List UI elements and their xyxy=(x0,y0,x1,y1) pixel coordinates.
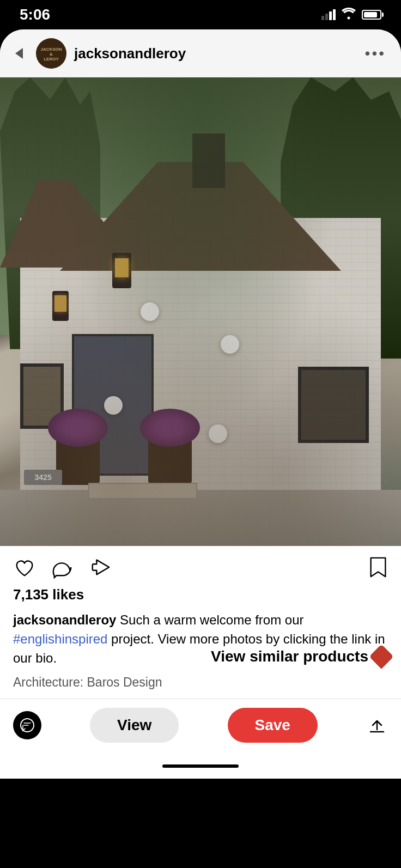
post-image: 3425 xyxy=(0,77,401,546)
signal-bar-2 xyxy=(325,14,328,20)
caption-text-before: Such a warm welcome from our xyxy=(116,612,303,627)
home-indicator xyxy=(0,758,401,779)
lantern-left xyxy=(52,291,69,321)
post-actions xyxy=(0,546,401,584)
share-bottom-button[interactable] xyxy=(366,714,388,736)
signal-bar-4 xyxy=(333,9,336,20)
signal-icon xyxy=(321,9,336,20)
status-bar: 5:06 xyxy=(0,0,401,29)
battery-fill xyxy=(364,12,377,17)
svg-text:JACKSON: JACKSON xyxy=(40,47,62,52)
more-options-button[interactable]: ••• xyxy=(361,40,390,66)
message-icon-button[interactable] xyxy=(13,711,41,739)
window-right xyxy=(298,367,369,443)
save-button[interactable]: Save xyxy=(228,708,318,743)
status-time: 5:06 xyxy=(20,6,50,23)
front-steps xyxy=(88,483,197,499)
post-header: JACKSON & LEROY jacksonandleroy ••• xyxy=(0,29,401,77)
bottom-nav: View Save xyxy=(0,699,401,758)
signal-bar-3 xyxy=(329,11,332,20)
wifi-icon xyxy=(341,8,356,22)
like-button[interactable] xyxy=(13,556,36,579)
likes-count[interactable]: 7,135 likes xyxy=(13,586,84,603)
likes-section: 7,135 likes xyxy=(0,584,401,609)
tag-icon xyxy=(369,645,393,669)
username-section: jacksonandleroy xyxy=(74,45,361,62)
product-hotspot-2[interactable] xyxy=(221,335,239,354)
architecture-label: Architecture: Baros Design xyxy=(13,675,162,689)
view-similar-button[interactable]: View similar products xyxy=(211,648,390,665)
lantern-center xyxy=(112,253,131,288)
avatar-image: JACKSON & LEROY xyxy=(36,38,66,69)
address-plate: 3425 xyxy=(24,470,62,485)
share-button[interactable] xyxy=(89,556,112,579)
chimney xyxy=(192,133,225,188)
product-hotspot-1[interactable] xyxy=(141,302,159,321)
battery-icon xyxy=(362,10,381,20)
plant-left xyxy=(56,436,100,485)
bookmark-button[interactable] xyxy=(368,556,388,579)
status-icons xyxy=(321,8,381,22)
ground xyxy=(0,490,401,546)
signal-bar-1 xyxy=(321,16,324,20)
svg-text:&: & xyxy=(50,52,53,57)
post-username[interactable]: jacksonandleroy xyxy=(74,45,186,62)
caption-username[interactable]: jacksonandleroy xyxy=(13,612,116,627)
product-hotspot-4[interactable] xyxy=(209,424,227,443)
svg-text:LEROY: LEROY xyxy=(44,57,59,62)
home-bar xyxy=(162,764,239,768)
view-similar-label: View similar products xyxy=(211,648,368,665)
architecture-section: Architecture: Baros Design xyxy=(0,673,401,699)
back-button[interactable] xyxy=(5,40,33,67)
caption-section: jacksonandleroy Such a warm welcome from… xyxy=(0,609,401,673)
content-area: JACKSON & LEROY jacksonandleroy ••• xyxy=(0,29,401,779)
caption-hashtag[interactable]: #englishinspired xyxy=(13,632,107,646)
plant-right xyxy=(148,436,192,485)
comment-button[interactable] xyxy=(51,556,74,579)
view-button[interactable]: View xyxy=(90,708,179,743)
actions-left xyxy=(13,556,112,579)
avatar[interactable]: JACKSON & LEROY xyxy=(36,38,66,69)
back-chevron-icon xyxy=(15,48,23,59)
